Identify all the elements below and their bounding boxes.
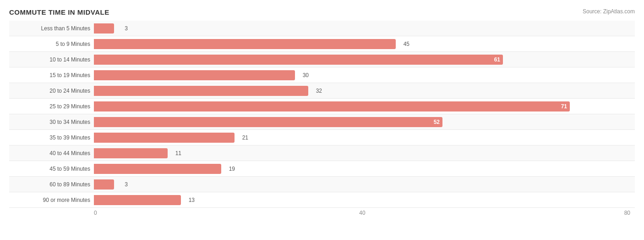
bar-value-label: 71 (561, 103, 567, 110)
bar-value-label: 19 (229, 166, 235, 172)
x-axis: 04080 (94, 210, 630, 219)
bar-area: 11 (94, 145, 635, 161)
bar-label: 45 to 59 Minutes (9, 166, 94, 172)
bar-row: 60 to 89 Minutes3 (9, 177, 635, 192)
bar: 3 (94, 23, 114, 33)
bar: 13 (94, 195, 181, 205)
chart-container: COMMUTE TIME IN MIDVALE Source: ZipAtlas… (0, 0, 644, 240)
bar-row: 15 to 19 Minutes30 (9, 67, 635, 83)
bar-value-label: 3 (125, 25, 128, 32)
bar-row: 90 or more Minutes13 (9, 192, 635, 208)
bar: 45 (94, 39, 396, 49)
bar-area: 61 (94, 52, 635, 67)
bar-area: 32 (94, 83, 635, 98)
bar-area: 21 (94, 130, 635, 145)
bar: 11 (94, 148, 168, 158)
bar-area: 45 (94, 36, 635, 51)
bar-area: 30 (94, 67, 635, 83)
bar-label: 20 to 24 Minutes (9, 88, 94, 94)
bar-area: 3 (94, 177, 635, 192)
bar-area: 19 (94, 161, 635, 176)
bar: 19 (94, 164, 221, 174)
bar: 21 (94, 133, 235, 143)
bar-label: 10 to 14 Minutes (9, 56, 94, 63)
bar: 52 (94, 117, 442, 127)
bar-label: 5 to 9 Minutes (9, 41, 94, 47)
bar-value-label: 3 (125, 181, 128, 188)
bar-label: 30 to 34 Minutes (9, 119, 94, 125)
bar-value-label: 21 (242, 134, 248, 141)
bar-label: 90 or more Minutes (9, 197, 94, 203)
bar: 32 (94, 86, 308, 96)
bar-label: 40 to 44 Minutes (9, 150, 94, 156)
bar-row: 25 to 29 Minutes71 (9, 99, 635, 114)
bar-area: 71 (94, 99, 635, 114)
bar-value-label: 13 (189, 197, 195, 203)
x-axis-tick: 40 (359, 210, 365, 216)
bar: 3 (94, 179, 114, 190)
bar: 61 (94, 55, 503, 65)
bar-value-label: 52 (434, 119, 440, 125)
bar-label: 15 to 19 Minutes (9, 72, 94, 78)
bar-row: 5 to 9 Minutes45 (9, 36, 635, 52)
bar-value-label: 45 (404, 41, 409, 47)
bar-row: 10 to 14 Minutes61 (9, 52, 635, 67)
chart-header: COMMUTE TIME IN MIDVALE Source: ZipAtlas… (9, 8, 635, 16)
bar-value-label: 61 (494, 56, 500, 63)
bar-row: 40 to 44 Minutes11 (9, 145, 635, 161)
bar-row: Less than 5 Minutes3 (9, 21, 635, 36)
bar-value-label: 30 (303, 72, 309, 78)
bar-value-label: 11 (175, 150, 181, 156)
bar-label: 25 to 29 Minutes (9, 103, 94, 110)
bar-label: 35 to 39 Minutes (9, 134, 94, 141)
bar-row: 45 to 59 Minutes19 (9, 161, 635, 177)
bar-row: 20 to 24 Minutes32 (9, 83, 635, 99)
bar: 71 (94, 101, 570, 112)
x-axis-tick: 80 (624, 210, 630, 216)
bar: 30 (94, 70, 295, 80)
bar-label: 60 to 89 Minutes (9, 181, 94, 188)
bar-value-label: 32 (316, 88, 322, 94)
bar-area: 13 (94, 192, 635, 207)
bar-row: 35 to 39 Minutes21 (9, 130, 635, 145)
chart-source: Source: ZipAtlas.com (583, 8, 635, 15)
bar-area: 3 (94, 21, 635, 36)
bar-row: 30 to 34 Minutes52 (9, 114, 635, 130)
x-axis-tick: 0 (94, 210, 97, 216)
chart-body: Less than 5 Minutes35 to 9 Minutes4510 t… (9, 21, 635, 208)
bar-label: Less than 5 Minutes (9, 25, 94, 32)
bar-area: 52 (94, 114, 635, 129)
chart-title: COMMUTE TIME IN MIDVALE (9, 8, 109, 16)
